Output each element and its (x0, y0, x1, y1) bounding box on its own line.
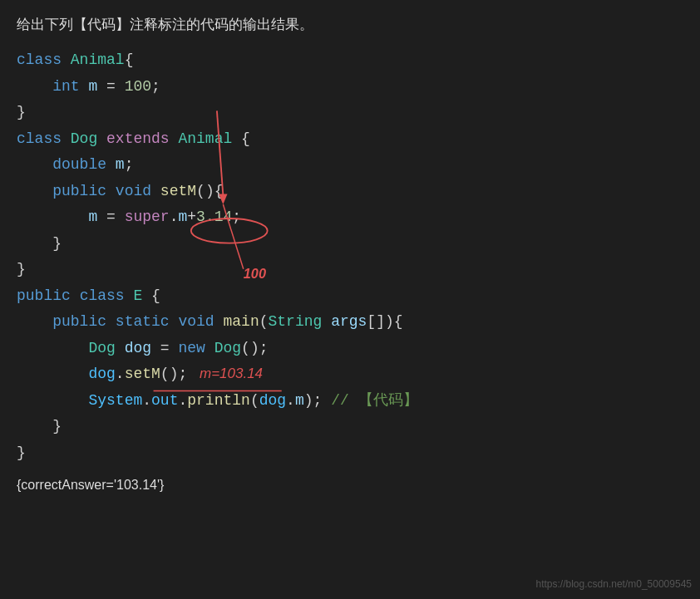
annotation-mvalue: m=103.14 (195, 361, 263, 386)
code-line-15: } (17, 414, 683, 440)
class-e: E (133, 283, 151, 310)
var-m: m (88, 74, 97, 101)
code-line-11: public static void main(String args[]){ (17, 309, 683, 336)
method-main: main (223, 309, 259, 336)
code-line-8: } (17, 231, 683, 258)
code-line-9: } (17, 257, 683, 283)
method-println: println (187, 388, 250, 415)
obj-dog: dog (88, 361, 115, 388)
code-line-12: Dog dog = new Dog(); (17, 336, 683, 362)
comment-code: // 【代码】 (331, 388, 417, 415)
method-setm: setM (160, 179, 196, 205)
kw-super: super (125, 204, 170, 231)
code-line-5: double m; (17, 152, 683, 179)
code-line-14: System.out.println(dog.m); // 【代码】 (17, 388, 683, 415)
class-dog: Dog (71, 126, 106, 153)
watermark: https://blog.csdn.net/m0_50009545 (536, 577, 692, 592)
number-100: 100 (125, 74, 151, 101)
code-line-10: public class E { (17, 283, 683, 310)
code-line-16: } (17, 440, 683, 467)
answer-text: {correctAnswer='103.14'} (17, 478, 164, 492)
kw-class: class (17, 47, 71, 74)
answer-box: {correctAnswer='103.14'} (17, 474, 683, 496)
question: 给出下列【代码】注释标注的代码的输出结果。 (17, 13, 683, 36)
keyword-int: int (52, 74, 88, 101)
number-314: 3.14 (196, 204, 232, 231)
code-block: class Animal{ int m = 100; } class Dog e… (17, 47, 683, 466)
code-line-1: class Animal{ (17, 47, 683, 74)
code-line-6: public void setM(){ (17, 179, 683, 205)
code-line-4: class Dog extends Animal { (17, 126, 683, 153)
kw-extends: extends (106, 126, 178, 153)
keyword-double: double (52, 152, 116, 179)
class-animal: Animal (71, 47, 125, 74)
code-line-3: } (17, 100, 683, 126)
code-line-7: m = super.m+3.14; (17, 204, 683, 231)
code-line-2: int m = 100; (17, 74, 683, 101)
code-line-13: dog.setM(); m=103.14 (17, 361, 683, 388)
